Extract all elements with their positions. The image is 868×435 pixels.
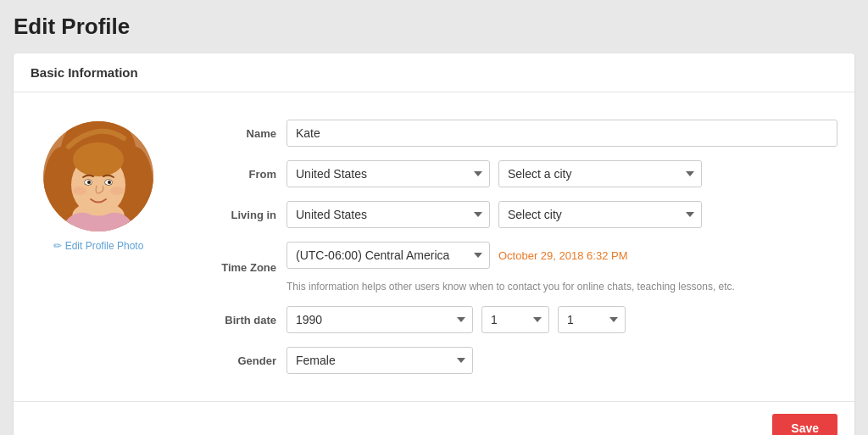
birthdate-controls: 1990 1989 1991 1985 1995 1 2 3 4 5 [287,306,837,333]
form-column: Name From United States Canada United Ki… [200,113,837,381]
from-country-select[interactable]: United States Canada United Kingdom [287,160,490,187]
edit-photo-label: Edit Profile Photo [65,240,144,252]
edit-profile-photo-link[interactable]: ✏ Edit Profile Photo [53,240,144,252]
name-input[interactable] [287,120,837,147]
from-row: From United States Canada United Kingdom… [200,153,837,194]
svg-point-15 [73,187,86,195]
card-footer: Save [14,401,854,435]
avatar-column: ✏ Edit Profile Photo [31,113,166,252]
birth-month-select[interactable]: 1 2 3 4 5 6 7 8 9 10 11 12 [481,306,549,333]
avatar-image [43,121,153,231]
page-title: Edit Profile [14,14,854,40]
pencil-icon: ✏ [53,240,62,252]
name-controls [287,120,837,147]
current-time: October 29, 2018 6:32 PM [498,249,627,262]
svg-point-12 [108,181,111,184]
card-header: Basic Information [14,53,854,92]
from-controls: United States Canada United Kingdom Sele… [287,160,837,187]
birthdate-row: Birth date 1990 1989 1991 1985 1995 1 2 [200,299,837,340]
birthdate-label: Birth date [200,314,276,326]
living-controls: United States Canada United Kingdom Sele… [287,201,837,228]
avatar [43,121,153,231]
timezone-info: This information helps other users know … [287,281,837,293]
section-title: Basic Information [31,65,138,80]
from-city-select[interactable]: Select a city New York Los Angeles [498,160,702,187]
living-city-select[interactable]: Select city New York Los Angeles [498,201,702,228]
birth-day-select[interactable]: 1 2 3 15 28 31 [558,306,626,333]
gender-controls: Female Male Other [287,347,837,374]
living-label: Living in [200,209,276,221]
living-in-row: Living in United States Canada United Ki… [200,194,837,235]
gender-select[interactable]: Female Male Other [287,347,473,374]
card-body: ✏ Edit Profile Photo Name From [14,92,854,401]
name-row: Name [200,113,837,153]
living-country-select[interactable]: United States Canada United Kingdom [287,201,490,228]
svg-point-11 [87,181,91,184]
from-label: From [200,168,276,181]
profile-section: ✏ Edit Profile Photo Name From [31,113,837,381]
timezone-label: Time Zone [200,261,276,274]
gender-row: Gender Female Male Other [200,340,837,381]
svg-point-6 [73,142,124,176]
save-button[interactable]: Save [772,414,837,435]
profile-card: Basic Information [14,53,854,435]
svg-point-16 [110,187,124,195]
gender-label: Gender [200,354,276,367]
name-label: Name [200,127,276,140]
timezone-select[interactable]: (UTC-06:00) Central America (UTC-05:00) … [287,242,490,269]
timezone-controls: (UTC-06:00) Central America (UTC-05:00) … [287,242,837,293]
birth-year-select[interactable]: 1990 1989 1991 1985 1995 [287,306,473,333]
timezone-row: Time Zone (UTC-06:00) Central America (U… [200,235,837,299]
